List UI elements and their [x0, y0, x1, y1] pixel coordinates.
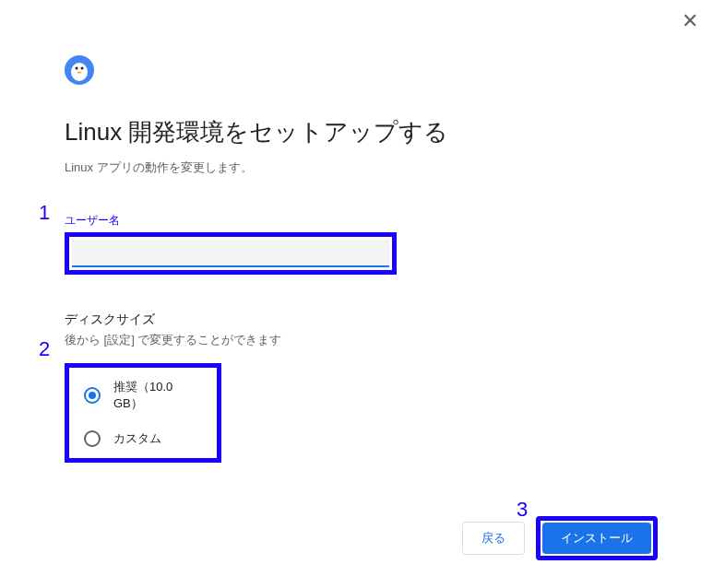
- back-button[interactable]: 戻る: [462, 522, 525, 555]
- disk-size-label: ディスクサイズ: [65, 312, 658, 328]
- linux-logo-icon: [65, 55, 658, 88]
- svg-point-3: [81, 67, 84, 70]
- svg-point-2: [76, 67, 78, 70]
- close-icon: ✕: [682, 9, 698, 32]
- radio-custom-label: カスタム: [113, 430, 161, 447]
- setup-dialog: ✕ Linux 開発環境をセットアップする Linux アプリの動作を変更します…: [0, 0, 713, 588]
- close-button[interactable]: ✕: [682, 11, 698, 31]
- radio-custom[interactable]: カスタム: [84, 430, 202, 447]
- page-subtitle: Linux アプリの動作を変更します。: [65, 159, 658, 176]
- dialog-footer: 戻る インストール: [462, 516, 658, 560]
- username-section: ユーザー名: [65, 213, 658, 275]
- radio-icon-checked: [84, 387, 101, 404]
- radio-recommended-label: 推奨（10.0 GB）: [113, 379, 202, 412]
- radio-recommended[interactable]: 推奨（10.0 GB）: [84, 379, 202, 412]
- username-label: ユーザー名: [65, 213, 658, 229]
- disk-size-sublabel: 後から [設定] で変更することができます: [65, 332, 658, 348]
- username-highlight-box: [65, 232, 397, 275]
- radio-icon-unchecked: [84, 430, 101, 447]
- username-input[interactable]: [72, 240, 389, 267]
- page-title: Linux 開発環境をセットアップする: [65, 116, 658, 148]
- install-highlight-box: インストール: [536, 516, 658, 560]
- install-button[interactable]: インストール: [542, 523, 651, 554]
- annotation-2: 2: [39, 337, 50, 361]
- disk-section: ディスクサイズ 後から [設定] で変更することができます 2 推奨（10.0 …: [65, 312, 658, 463]
- annotation-1: 1: [39, 201, 50, 225]
- disk-radio-highlight-box: 推奨（10.0 GB） カスタム: [65, 363, 221, 463]
